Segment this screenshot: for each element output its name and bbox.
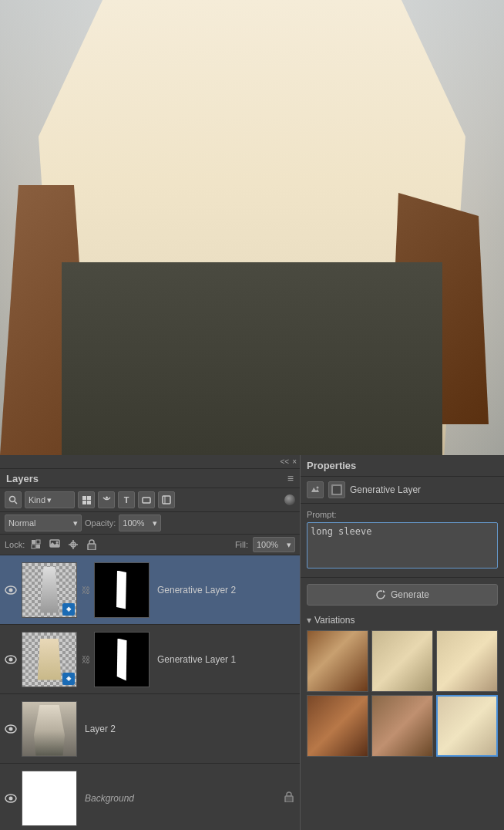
kind-label: Kind bbox=[29, 495, 45, 504]
variation-item[interactable] bbox=[436, 630, 498, 692]
opacity-arrow: ▾ bbox=[153, 518, 157, 528]
svg-rect-11 bbox=[36, 545, 40, 548]
layer-name: Background bbox=[80, 793, 281, 804]
smart-filter-icon[interactable] bbox=[158, 491, 175, 508]
layers-menu-icon[interactable]: ≡ bbox=[287, 472, 294, 484]
variation-item[interactable] bbox=[307, 630, 368, 692]
opacity-label: Opacity: bbox=[85, 518, 116, 528]
svg-rect-8 bbox=[163, 496, 170, 504]
svg-rect-17 bbox=[88, 544, 96, 550]
lock-row: Lock: bbox=[0, 535, 300, 555]
fill-arrow: ▾ bbox=[287, 540, 291, 550]
collapse-button[interactable]: << bbox=[280, 457, 289, 466]
canvas-area bbox=[0, 0, 504, 455]
mask-shape bbox=[116, 639, 128, 681]
pixel-filter-icon[interactable] bbox=[78, 491, 95, 508]
mask-shape bbox=[114, 571, 129, 609]
variations-section: Variations bbox=[301, 612, 504, 760]
layer-visibility-toggle[interactable] bbox=[3, 655, 18, 664]
kind-dropdown-arrow: ▾ bbox=[47, 495, 52, 505]
layer-item[interactable]: Layer 2 bbox=[0, 694, 300, 764]
thumb-content bbox=[38, 567, 61, 613]
layer-lock-icon bbox=[284, 791, 294, 805]
lock-image-btn[interactable] bbox=[48, 538, 62, 552]
layer-thumbnail: ◈ bbox=[22, 632, 77, 687]
layer-thumbnail: ◈ bbox=[22, 562, 77, 618]
svg-rect-12 bbox=[32, 545, 35, 548]
lock-transparent-btn[interactable] bbox=[29, 538, 43, 552]
variations-grid bbox=[307, 630, 498, 757]
filter-bar: Kind ▾ T bbox=[0, 488, 300, 512]
text-filter-icon[interactable]: T bbox=[118, 491, 135, 508]
svg-point-23 bbox=[9, 727, 13, 730]
prompt-textarea[interactable] bbox=[307, 522, 498, 569]
layer-thumbnail bbox=[22, 771, 77, 826]
svg-point-6 bbox=[106, 496, 108, 498]
adjustment-filter-icon[interactable] bbox=[98, 491, 115, 508]
svg-marker-28 bbox=[383, 590, 385, 592]
layer-name: Generative Layer 1 bbox=[153, 654, 297, 665]
layer-mask-thumbnail bbox=[94, 562, 150, 618]
layers-panel-title: Layers bbox=[6, 473, 39, 484]
generate-button-label: Generate bbox=[391, 589, 429, 600]
layer-mask-thumbnail bbox=[94, 632, 150, 687]
kind-dropdown[interactable]: Kind ▾ bbox=[25, 491, 75, 508]
variations-header[interactable]: Variations bbox=[307, 615, 498, 626]
layer-visibility-toggle[interactable] bbox=[3, 724, 18, 734]
prompt-label: Prompt: bbox=[307, 510, 498, 519]
gen-layer-header: Generative Layer bbox=[301, 477, 504, 504]
properties-panel: Properties Generative Layer Prompt: bbox=[301, 455, 504, 830]
svg-rect-5 bbox=[87, 501, 91, 504]
svg-rect-13 bbox=[36, 540, 40, 544]
shape-filter-icon[interactable] bbox=[138, 491, 155, 508]
generate-button[interactable]: Generate bbox=[307, 584, 498, 606]
smart-object-icon: ◈ bbox=[62, 673, 75, 685]
lock-all-btn[interactable] bbox=[85, 538, 99, 552]
opacity-input[interactable]: 100% ▾ bbox=[119, 515, 161, 531]
variation-item[interactable] bbox=[371, 695, 433, 757]
lock-artboard-btn[interactable] bbox=[66, 538, 80, 552]
layer-link-icon: ⛓ bbox=[80, 562, 91, 618]
prompt-section: Prompt: // Set textarea value from data … bbox=[301, 504, 504, 578]
variation-item[interactable] bbox=[307, 695, 368, 757]
svg-rect-7 bbox=[143, 498, 150, 503]
layer-name: Generative Layer 2 bbox=[153, 585, 297, 596]
layers-panel: << × Layers ≡ Kind ▾ bbox=[0, 455, 301, 830]
search-icon-btn[interactable] bbox=[5, 491, 22, 508]
lock-label: Lock: bbox=[5, 540, 25, 549]
smart-object-icon: ◈ bbox=[62, 603, 75, 616]
svg-rect-3 bbox=[87, 496, 91, 500]
properties-title: Properties bbox=[307, 460, 356, 471]
panel-title-row: Layers ≡ bbox=[0, 469, 300, 488]
variations-chevron bbox=[307, 615, 311, 626]
variation-item[interactable] bbox=[436, 695, 498, 757]
variations-label: Variations bbox=[314, 615, 354, 626]
layer-item[interactable]: ◈ ⛓ Generative Layer 2 bbox=[0, 555, 300, 625]
filter-circle bbox=[284, 494, 295, 505]
svg-rect-10 bbox=[32, 540, 35, 544]
properties-icon-btn-1[interactable] bbox=[307, 481, 324, 498]
thumb-content bbox=[36, 639, 62, 680]
layer-thumbnail bbox=[22, 701, 77, 757]
fill-input[interactable]: 100% ▾ bbox=[253, 537, 295, 552]
blend-mode-dropdown[interactable]: Normal ▾ bbox=[5, 515, 82, 531]
variation-item[interactable] bbox=[371, 630, 433, 692]
properties-icon-btn-2[interactable] bbox=[328, 481, 345, 498]
panel-top-bar: << × bbox=[0, 455, 300, 469]
svg-point-19 bbox=[9, 588, 13, 592]
blend-mode-label: Normal bbox=[8, 518, 35, 528]
layer-visibility-toggle[interactable] bbox=[3, 585, 18, 595]
svg-rect-4 bbox=[82, 501, 86, 504]
svg-point-0 bbox=[10, 497, 15, 502]
fill-value-text: 100% bbox=[257, 540, 278, 549]
thumb-figure bbox=[30, 705, 69, 756]
svg-rect-26 bbox=[285, 796, 293, 802]
close-button[interactable]: × bbox=[292, 457, 297, 466]
layers-list: ◈ ⛓ Generative Layer 2 bbox=[0, 555, 300, 830]
layer-item[interactable]: Background bbox=[0, 764, 300, 830]
fill-label: Fill: bbox=[235, 540, 248, 549]
layer-visibility-toggle[interactable] bbox=[3, 794, 18, 803]
layer-link-icon: ⛓ bbox=[80, 632, 91, 687]
layer-item[interactable]: ◈ ⛓ Generative Layer 1 bbox=[0, 625, 300, 694]
svg-point-25 bbox=[9, 796, 13, 800]
